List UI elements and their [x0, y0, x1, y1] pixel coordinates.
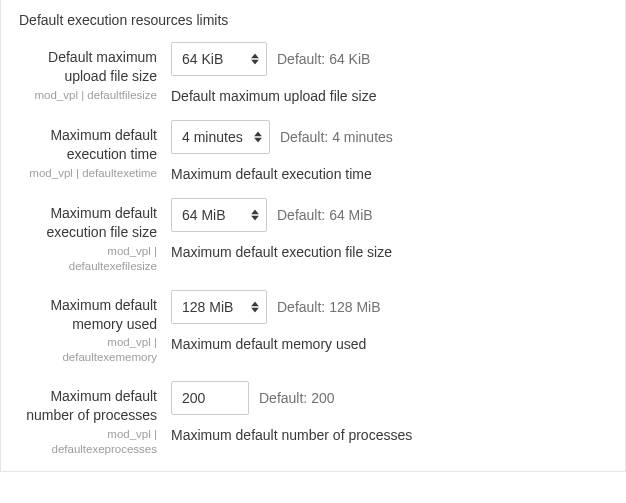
default-exefilesize-select[interactable]: 64 MiB [171, 198, 267, 232]
field-label: Maximum default execution time [19, 126, 157, 164]
field-description: Maximum default memory used [171, 336, 607, 352]
control-col: Default: 200 Maximum default number of p… [171, 381, 607, 443]
field-label: Maximum default execution file size [19, 204, 157, 242]
field-description: Maximum default number of processes [171, 427, 607, 443]
default-hint: Default: 4 minutes [280, 129, 393, 145]
label-col: Maximum default execution time mod_vpl |… [19, 120, 171, 181]
select-wrap: 64 MiB [171, 198, 267, 232]
field-label: Default maximum upload file size [19, 48, 157, 86]
field-label: Maximum default number of processes [19, 387, 157, 425]
field-tech: mod_vpl | defaultexetime [19, 166, 157, 181]
control-col: 128 MiB Default: 128 MiB Maximum default… [171, 290, 607, 352]
select-wrap: 64 KiB [171, 42, 267, 76]
control-col: 64 KiB Default: 64 KiB Default maximum u… [171, 42, 607, 104]
default-hint: Default: 64 KiB [277, 51, 370, 67]
field-tech: mod_vpl | defaultexememory [19, 335, 157, 365]
field-tech: mod_vpl | defaultexefilesize [19, 244, 157, 274]
label-col: Maximum default execution file size mod_… [19, 198, 171, 274]
field-description: Maximum default execution file size [171, 244, 607, 260]
default-filesize-select[interactable]: 64 KiB [171, 42, 267, 76]
label-col: Default maximum upload file size mod_vpl… [19, 42, 171, 103]
field-tech: mod_vpl | defaultexeprocesses [19, 427, 157, 457]
field-description: Maximum default execution time [171, 166, 607, 182]
section-title: Default execution resources limits [19, 10, 607, 28]
label-col: Maximum default memory used mod_vpl | de… [19, 290, 171, 366]
control-col: 64 MiB Default: 64 MiB Maximum default e… [171, 198, 607, 260]
field-tech: mod_vpl | defaultfilesize [19, 88, 157, 103]
default-hint: Default: 64 MiB [277, 207, 373, 223]
control-line: 4 minutes Default: 4 minutes [171, 120, 607, 154]
field-default-exetime: Maximum default execution time mod_vpl |… [19, 120, 607, 182]
default-exememory-select[interactable]: 128 MiB [171, 290, 267, 324]
select-wrap: 128 MiB [171, 290, 267, 324]
default-hint: Default: 200 [259, 390, 335, 406]
control-col: 4 minutes Default: 4 minutes Maximum def… [171, 120, 607, 182]
select-wrap: 4 minutes [171, 120, 270, 154]
field-default-filesize: Default maximum upload file size mod_vpl… [19, 42, 607, 104]
default-exeprocesses-input[interactable] [171, 381, 249, 415]
control-line: 128 MiB Default: 128 MiB [171, 290, 607, 324]
field-default-exememory: Maximum default memory used mod_vpl | de… [19, 290, 607, 366]
field-description: Default maximum upload file size [171, 88, 607, 104]
control-line: 64 MiB Default: 64 MiB [171, 198, 607, 232]
control-line: Default: 200 [171, 381, 607, 415]
label-col: Maximum default number of processes mod_… [19, 381, 171, 457]
field-default-exefilesize: Maximum default execution file size mod_… [19, 198, 607, 274]
field-default-exeprocesses: Maximum default number of processes mod_… [19, 381, 607, 457]
default-exetime-select[interactable]: 4 minutes [171, 120, 270, 154]
default-hint: Default: 128 MiB [277, 299, 381, 315]
field-label: Maximum default memory used [19, 296, 157, 334]
control-line: 64 KiB Default: 64 KiB [171, 42, 607, 76]
settings-panel: Default execution resources limits Defau… [0, 0, 626, 472]
